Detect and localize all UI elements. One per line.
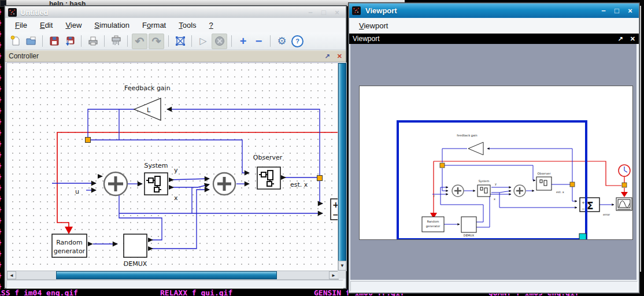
toolbar: ↶ ↷ ▷ + − ⚙ ? — [5, 32, 346, 50]
link-point[interactable] — [86, 138, 91, 143]
untitled-titlebar[interactable]: Untitled − □ × — [5, 6, 346, 18]
sum-block-1[interactable] — [104, 172, 127, 195]
mini-clock-block — [619, 165, 630, 176]
viewport-mini-diagram: Random generator Σ + − — [360, 86, 632, 239]
mini-scope-block — [616, 198, 632, 210]
stop-button[interactable] — [212, 34, 227, 49]
mini-link-point — [622, 183, 627, 187]
screen: help : bash } } } } } } } } } } } } } } … — [0, 0, 644, 296]
sum-block-2[interactable] — [213, 173, 235, 195]
gear-icon: ⚙ — [277, 36, 286, 46]
vertical-scrollbar-thumb[interactable] — [338, 63, 346, 261]
mini-sum-2 — [514, 185, 525, 197]
random-generator-block[interactable]: Random generator — [52, 234, 87, 257]
demux-block[interactable] — [124, 234, 147, 257]
mini-error-sum-block: Σ + − — [580, 198, 599, 212]
delete-diagram-button[interactable] — [109, 34, 123, 49]
est-x-label: est. x — [290, 181, 308, 188]
terminal-filename: RELAXX_f_gui.gif — [160, 288, 232, 296]
zoom-out-button[interactable]: − — [251, 34, 266, 49]
close-panel-icon[interactable]: ✕ — [337, 53, 342, 60]
diagram-canvas[interactable]: L Feedback gain — [6, 62, 339, 271]
menu-format[interactable]: Format — [137, 19, 171, 31]
print-button[interactable] — [86, 34, 100, 49]
menu-edit[interactable]: Edit — [35, 19, 58, 31]
scilab-app-icon — [8, 8, 17, 17]
link-point[interactable] — [317, 176, 323, 181]
undo-button[interactable]: ↶ — [132, 34, 147, 49]
scicos-editor-window: Untitled − □ × File Edit View Simulation… — [5, 6, 346, 288]
zoom-in-button[interactable]: + — [236, 34, 250, 49]
save-button[interactable] — [47, 34, 61, 49]
minimize-button[interactable]: − — [306, 8, 314, 17]
new-document-icon — [10, 35, 21, 47]
system-label: System — [144, 162, 168, 169]
svg-text:r: r — [434, 194, 435, 198]
help-button[interactable]: ? — [290, 34, 305, 49]
menu-file[interactable]: File — [10, 19, 32, 31]
menu-simulation[interactable]: Simulation — [89, 19, 135, 31]
close-button[interactable]: × — [626, 6, 634, 15]
menu-viewport[interactable]: Viewport — [354, 20, 393, 32]
fit-to-view-button[interactable] — [173, 34, 187, 49]
redo-icon: ↷ — [152, 36, 161, 47]
svg-text:generator: generator — [426, 224, 441, 228]
observer-block[interactable] — [257, 167, 280, 189]
mini-observer-block — [536, 177, 552, 190]
x-label: x — [174, 194, 178, 202]
scroll-left-button[interactable]: ◄ — [7, 271, 16, 279]
controller-diagram: L Feedback gain — [7, 63, 338, 271]
svg-text:System: System — [479, 179, 490, 183]
maximize-button[interactable]: □ — [613, 6, 621, 15]
settings-button[interactable]: ⚙ — [275, 34, 289, 49]
controller-panel-header[interactable]: Controller ↗ ✕ — [5, 50, 346, 62]
viewport-content: Random generator Σ + − — [350, 44, 636, 280]
run-button[interactable]: ▷ — [196, 34, 210, 49]
viewport-window: Viewport − □ × Viewport Viewport ↗ ✕ — [349, 3, 639, 293]
demux-label: DEMUX — [124, 260, 147, 268]
mini-gain-block — [468, 142, 483, 155]
menu-tools[interactable]: Tools — [173, 19, 201, 31]
new-document-button[interactable] — [8, 34, 23, 49]
svg-text:y: y — [495, 182, 497, 186]
feedback-gain-label: Feedback gain — [124, 84, 171, 92]
minimize-button[interactable]: − — [599, 6, 608, 15]
scroll-down-button[interactable]: ▼ — [338, 261, 346, 271]
svg-text:x: x — [494, 197, 495, 201]
scroll-right-button[interactable]: ► — [329, 271, 338, 279]
zoom-out-icon: − — [256, 35, 262, 47]
svg-text:Random: Random — [427, 220, 439, 223]
shredder-icon — [110, 35, 122, 47]
system-block[interactable] — [145, 173, 168, 195]
save-floppy-icon — [49, 35, 60, 47]
viewport-canvas[interactable]: Random generator Σ + − — [359, 86, 633, 240]
terminal-filename: LSS_f_im04_eng.gif — [0, 288, 78, 296]
mini-random-generator-block: Random generator — [422, 217, 444, 232]
viewport-statusbar — [350, 281, 638, 291]
close-button[interactable]: × — [333, 8, 341, 17]
feedback-gain-block[interactable]: L — [134, 98, 161, 120]
detach-panel-icon[interactable]: ↗ — [325, 53, 330, 60]
mini-sum-1 — [452, 185, 464, 197]
redo-button[interactable]: ↷ — [149, 34, 164, 49]
svg-text:L: L — [147, 106, 151, 114]
horizontal-scrollbar-thumb[interactable] — [56, 271, 277, 279]
scrollbar-corner — [338, 271, 346, 279]
menubar: File Edit View Simulation Format Tools ? — [5, 18, 346, 33]
detach-panel-icon[interactable]: ↗ — [618, 35, 623, 43]
window-title: Viewport — [365, 6, 397, 15]
menu-view[interactable]: View — [60, 19, 87, 31]
view-resize-handle[interactable] — [579, 234, 586, 239]
horizontal-scrollbar[interactable]: ◄ ► — [6, 271, 339, 280]
viewport-panel-header[interactable]: Viewport ↗ ✕ — [349, 34, 639, 44]
menu-help[interactable]: ? — [204, 19, 219, 31]
viewport-titlebar[interactable]: Viewport − □ × — [349, 3, 639, 18]
maximize-button[interactable]: □ — [320, 8, 328, 17]
close-panel-icon[interactable]: ✕ — [630, 35, 635, 43]
export-button[interactable] — [62, 34, 77, 49]
scilab-app-icon — [352, 6, 361, 15]
open-button[interactable] — [24, 34, 38, 49]
vertical-scrollbar[interactable]: ▼ — [338, 62, 347, 271]
export-floppy-icon — [64, 35, 76, 47]
mini-red-arrow — [621, 192, 628, 197]
